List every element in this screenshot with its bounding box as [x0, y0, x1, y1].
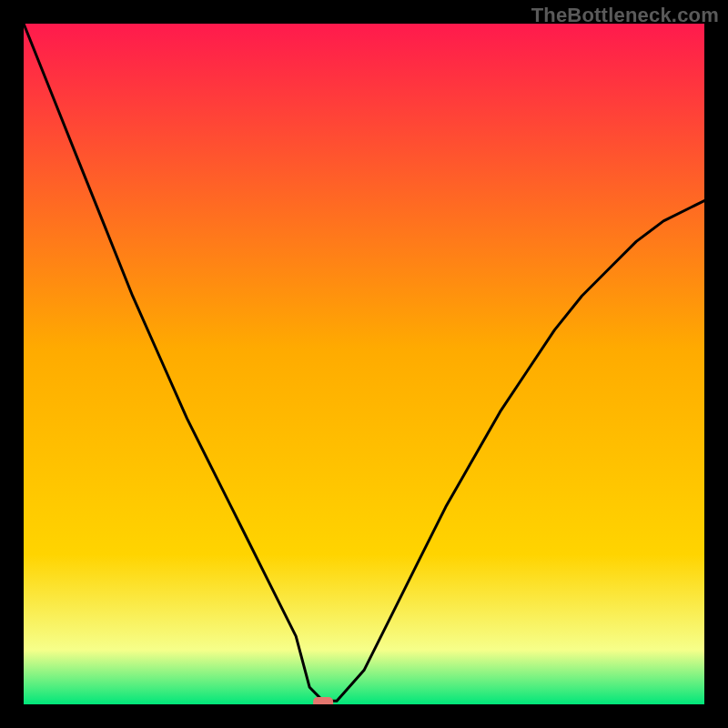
- gradient-background: [24, 24, 704, 704]
- watermark-text: TheBottleneck.com: [531, 4, 719, 27]
- minimum-marker: [313, 697, 333, 704]
- chart-svg: [24, 24, 704, 704]
- chart-frame: TheBottleneck.com: [0, 0, 728, 728]
- plot-area: [24, 24, 704, 704]
